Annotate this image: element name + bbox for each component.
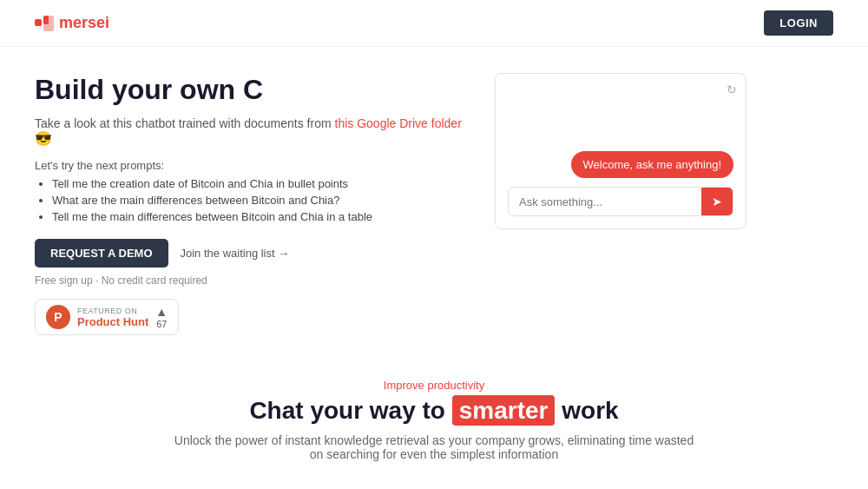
tagline-after: work: [562, 397, 618, 424]
hero-title: Build your own C: [35, 73, 469, 106]
chat-input-row: ➤: [508, 187, 733, 216]
ph-arrow-icon: ▲: [155, 305, 168, 319]
chatbot-welcome-bubble: Welcome, ask me anything!: [571, 151, 733, 178]
product-hunt-badge[interactable]: P FEATURED ON Product Hunt ▲ 67: [35, 299, 179, 335]
ph-name-label: Product Hunt: [77, 315, 148, 328]
ph-featured-label: FEATURED ON: [77, 307, 148, 315]
free-signup-text: Free sign up · No credit card required: [35, 274, 469, 287]
chat-send-button[interactable]: ➤: [701, 188, 733, 215]
google-drive-link[interactable]: this Google Drive folder: [335, 116, 462, 130]
improve-label: Improve productivity: [35, 379, 833, 392]
top-nav: mersei LOGIN: [0, 0, 868, 47]
prompt-item: What are the main differences between Bi…: [52, 194, 469, 207]
prompt-item: Tell me the creation date of Bitcoin and…: [52, 177, 469, 190]
hero-cta: REQUEST A DEMO Join the waiting list →: [35, 239, 469, 268]
login-button[interactable]: LOGIN: [764, 10, 833, 36]
top-logo: mersei: [35, 14, 109, 32]
hero-subtitle-prefix: Take a look at this chatbot trained with…: [35, 116, 332, 130]
middle-section: Improve productivity Chat your way to sm…: [0, 353, 868, 479]
ph-vote-count: 67: [156, 319, 167, 329]
hero-subtitle-emoji: 😎: [35, 131, 52, 146]
product-hunt-votes: ▲ 67: [155, 305, 168, 329]
tagline-sub: Unlock the power of instant knowledge re…: [174, 433, 694, 461]
hero-chatbot-demo: ↻ Welcome, ask me anything! ➤: [495, 73, 746, 229]
svg-rect-2: [43, 16, 49, 24]
tagline-before: Chat your way to: [249, 397, 445, 424]
hero-left: Build your own C Take a look at this cha…: [35, 73, 469, 335]
tagline-highlight: smarter: [452, 395, 556, 426]
prompts-list: Tell me the creation date of Bitcoin and…: [35, 177, 469, 223]
prompt-item: Tell me the main differences between Bit…: [52, 210, 469, 223]
hero-subtitle: Take a look at this chatbot trained with…: [35, 116, 469, 147]
request-demo-button[interactable]: REQUEST A DEMO: [35, 239, 168, 268]
join-waiting-link[interactable]: Join the waiting list →: [181, 247, 290, 260]
product-hunt-text: FEATURED ON Product Hunt: [77, 307, 148, 328]
hero-section: Build your own C Take a look at this cha…: [0, 47, 868, 353]
top-logo-text: mersei: [59, 14, 109, 32]
mersei-logo-icon: [35, 16, 54, 31]
product-hunt-icon: P: [46, 305, 70, 329]
chat-input[interactable]: [509, 188, 701, 215]
main-tagline: Chat your way to smarter work: [35, 397, 833, 425]
refresh-icon[interactable]: ↻: [727, 83, 737, 96]
prompts-label: Let's try the next prompts:: [35, 159, 469, 172]
svg-rect-0: [35, 19, 42, 26]
